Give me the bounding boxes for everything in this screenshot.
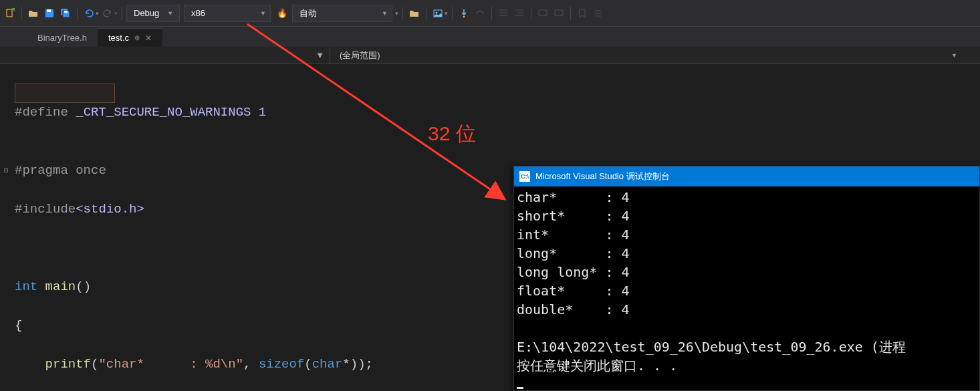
indent-right-icon[interactable] <box>512 6 527 21</box>
platform-label: x86 <box>191 8 205 18</box>
solution-platform-dropdown[interactable]: x86 ▼ <box>184 5 271 22</box>
svg-rect-10 <box>555 10 563 15</box>
navigation-bar: ▼ (全局范围) ▼ <box>0 47 980 64</box>
comment-icon[interactable] <box>535 6 550 21</box>
uncomment-icon[interactable] <box>552 6 566 21</box>
chevron-down-icon: ▼ <box>382 10 388 17</box>
pin-icon[interactable]: ⊕ <box>134 34 140 41</box>
folder-browse-icon[interactable] <box>407 6 422 21</box>
chevron-down-icon: ▼ <box>167 10 173 17</box>
auto-label: 自动 <box>299 7 317 19</box>
console-output: char* : 4short* : 4int* : 4long* : 4long… <box>514 186 979 391</box>
console-line: float* : 4 <box>517 281 977 300</box>
tab-test-c[interactable]: test.c ⊕ ✕ <box>98 28 162 47</box>
scope-label: (全局范围) <box>340 49 380 61</box>
undo-icon[interactable] <box>82 6 96 21</box>
console-line: int* : 4 <box>517 225 977 244</box>
document-tabs: BinaryTree.h test.c ⊕ ✕ <box>0 27 980 47</box>
vs-icon: C:\ <box>519 171 530 182</box>
console-line: E:\104\2022\test_09_26\Debug\test_09_26.… <box>517 338 977 356</box>
console-line: short* : 4 <box>517 207 977 225</box>
scope-left-dropdown[interactable]: ▼ <box>0 47 330 63</box>
svg-point-7 <box>436 11 438 13</box>
chevron-down-icon: ▼ <box>316 50 324 60</box>
annotation-text: 32 位 <box>428 120 476 148</box>
close-icon[interactable]: ✕ <box>145 33 152 43</box>
svg-rect-2 <box>47 9 51 12</box>
list-icon[interactable] <box>591 6 606 21</box>
console-line: char* : 4 <box>517 188 977 207</box>
svg-rect-9 <box>539 10 547 15</box>
flame-icon[interactable]: 🔥 <box>275 6 289 21</box>
chevron-down-icon: ▼ <box>260 10 266 17</box>
svg-rect-0 <box>7 9 12 17</box>
console-line: double* : 4 <box>517 300 977 319</box>
step-into-icon[interactable] <box>457 6 471 21</box>
open-folder-icon[interactable] <box>26 6 41 21</box>
step-over-icon[interactable] <box>473 6 487 21</box>
indent-left-icon[interactable] <box>496 6 511 21</box>
console-title-text: Microsoft Visual Studio 调试控制台 <box>535 170 670 182</box>
tab-binarytree[interactable]: BinaryTree.h <box>27 28 98 47</box>
chevron-down-icon: ▼ <box>951 52 971 59</box>
cursor <box>517 387 523 389</box>
console-line: long long* : 4 <box>517 263 977 281</box>
save-icon[interactable] <box>42 6 57 21</box>
tab-label: BinaryTree.h <box>37 33 87 43</box>
console-line: 按任意键关闭此窗口. . . <box>517 356 977 375</box>
debug-console-window: C:\ Microsoft Visual Studio 调试控制台 char* … <box>513 166 980 391</box>
auto-dropdown[interactable]: 自动 ▼ <box>292 5 392 22</box>
svg-point-8 <box>463 15 465 17</box>
config-label: Debug <box>134 8 159 18</box>
svg-rect-5 <box>64 11 68 13</box>
code-line: #define _CRT_SECURE_NO_WARNINGS 1 <box>15 103 980 122</box>
console-titlebar[interactable]: C:\ Microsoft Visual Studio 调试控制台 <box>514 166 979 186</box>
solution-config-dropdown[interactable]: Debug ▼ <box>126 5 180 22</box>
redo-icon[interactable] <box>100 6 115 21</box>
save-all-icon[interactable] <box>58 6 73 21</box>
console-line: long* : 4 <box>517 244 977 263</box>
new-item-icon[interactable] <box>3 6 17 21</box>
image-icon[interactable] <box>431 6 445 21</box>
main-toolbar: ▾ ▾ Debug ▼ x86 ▼ 🔥 自动 ▼ ▾ ▾ <box>0 0 980 27</box>
bookmark-icon[interactable] <box>575 6 590 21</box>
scope-right-dropdown[interactable]: (全局范围) ▼ <box>330 47 980 63</box>
fold-toggle-icon[interactable]: ⊟ <box>4 161 9 180</box>
tab-label: test.c <box>108 33 129 43</box>
